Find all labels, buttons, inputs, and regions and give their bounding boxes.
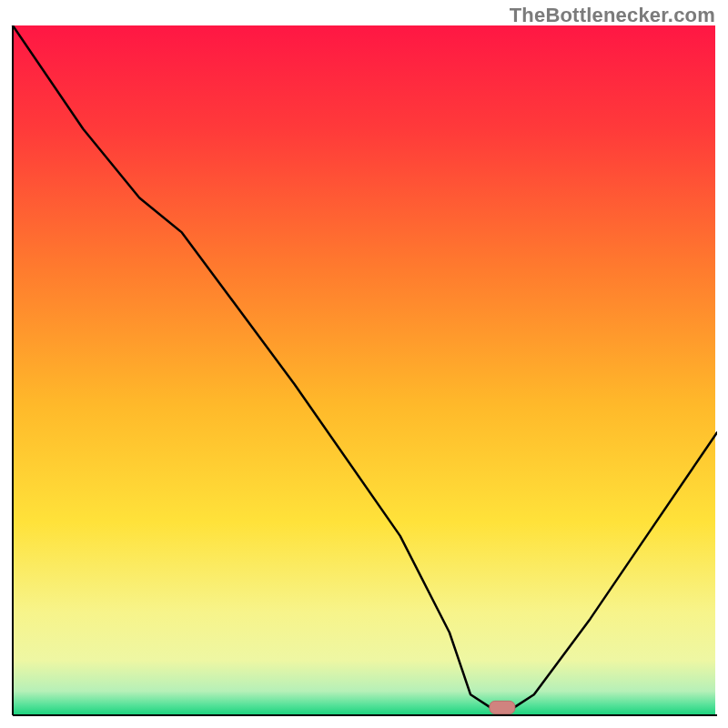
bottleneck-chart: TheBottlenecker.com <box>0 0 728 728</box>
gradient-background <box>13 25 715 715</box>
attribution-label: TheBottlenecker.com <box>510 4 715 27</box>
optimal-marker <box>490 701 515 713</box>
chart-svg <box>11 25 717 717</box>
plot-area <box>11 25 717 717</box>
